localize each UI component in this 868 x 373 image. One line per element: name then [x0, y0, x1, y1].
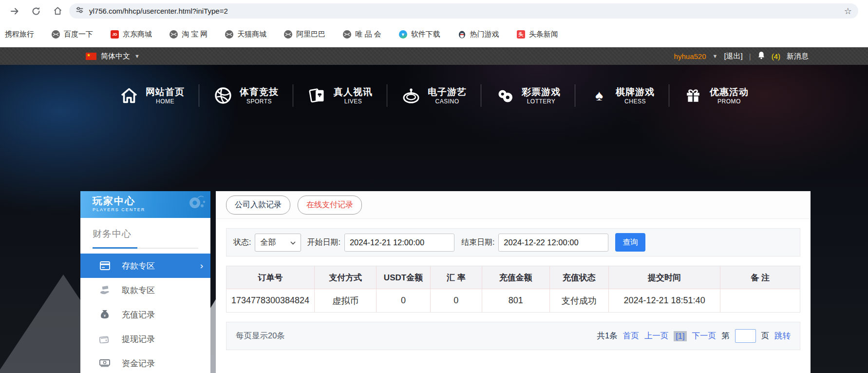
first-page-link[interactable]: 首页: [623, 331, 639, 341]
bookmark-item[interactable]: 淘 宝 网: [170, 30, 208, 39]
col-rate: 汇 率: [430, 266, 482, 289]
records-table: 订单号 支付方式 USDT金额 汇 率 充值金额 充值状态 提交时间 备 注 1…: [226, 266, 800, 313]
cell-recharge-status: 支付成功: [549, 289, 608, 312]
jump-link[interactable]: 跳转: [774, 331, 791, 341]
bookmark-item[interactable]: JD京东商城: [111, 30, 152, 39]
sidebar-item-deposit[interactable]: 存款专区 ›: [80, 254, 210, 278]
query-button[interactable]: 查询: [615, 233, 645, 252]
url-text[interactable]: yl756.com/hhcp/usercenter.html?iniType=2: [89, 7, 228, 15]
home-button-icon[interactable]: [53, 6, 63, 16]
sidebar-header: 玩家中心 PLAYERS CENTER: [80, 191, 210, 218]
end-date-input[interactable]: [498, 234, 608, 252]
page-size-label: 每页显示20条: [236, 331, 285, 341]
bookmark-item[interactable]: 携程旅行: [5, 30, 34, 39]
globe-icon: [284, 30, 292, 39]
tab-online-payment-records[interactable]: 在线支付记录: [298, 196, 362, 215]
col-recharge-amount: 充值金额: [482, 266, 549, 289]
cell-rate: 0: [430, 289, 482, 312]
logout-link[interactable]: [退出]: [724, 52, 742, 61]
bell-icon[interactable]: [757, 51, 765, 61]
message-label[interactable]: 新消息: [787, 52, 809, 61]
col-recharge-status: 充值状态: [549, 266, 608, 289]
cell-order-no: 1734778300384824: [226, 289, 314, 312]
prev-page-link[interactable]: 上一页: [644, 331, 669, 341]
tab-company-deposit-records[interactable]: 公司入款记录: [226, 196, 290, 215]
bookmark-item[interactable]: 阿里巴巴: [284, 30, 325, 39]
sidebar-item-withdrawal-records[interactable]: 提现记录: [80, 327, 210, 351]
col-remark: 备 注: [720, 266, 800, 289]
forward-icon[interactable]: [10, 6, 19, 16]
bookmark-label: 唯 品 会: [355, 30, 381, 39]
site-settings-icon[interactable]: [75, 6, 84, 16]
bookmark-star-icon[interactable]: ☆: [844, 7, 852, 16]
nav-label-zh: 真人视讯: [334, 86, 373, 98]
sidebar-section-title: 财务中心: [80, 218, 210, 240]
username[interactable]: hyhua520: [674, 52, 706, 60]
pagination-bar: 每页显示20条 共1条 首页 上一页 [1] 下一页 第 页 跳转: [226, 322, 800, 350]
account-bar: ★ 简体中文 ▼ hyhua520 ▼ [退出] | (4) 新消息: [0, 47, 868, 65]
nav-item-chess[interactable]: ♠ 棋牌游戏CHESS: [575, 86, 669, 105]
col-submit-time: 提交时间: [608, 266, 720, 289]
sidebar-item-recharge-records[interactable]: ¥ 充值记录: [80, 302, 210, 327]
page-background: 网站首页HOME 体育竞技SPORTS 真人视讯LIVES 电子游艺CASINO…: [0, 65, 868, 373]
nav-label-en: CHESS: [624, 98, 646, 105]
bookmark-label: 淘 宝 网: [182, 30, 208, 39]
nav-label-en: CASINO: [435, 98, 459, 105]
sidebar-item-label: 存款专区: [122, 260, 155, 272]
language-label: 简体中文: [101, 52, 130, 61]
nav-label-en: LOTTERY: [527, 98, 556, 105]
nav-label-en: PROMO: [717, 98, 741, 105]
sidebar-item-label: 取款专区: [122, 285, 155, 296]
message-count: (4): [772, 52, 780, 60]
bookmark-label: 携程旅行: [5, 30, 34, 39]
bookmark-item[interactable]: 热门游戏: [458, 30, 499, 39]
sidebar: 玩家中心 PLAYERS CENTER 财务中心 存款专区 › 取款专区 ¥: [80, 191, 210, 373]
bookmarks-bar: 携程旅行 百度一下 JD京东商城 淘 宝 网 天猫商城 阿里巴巴 唯 品 会 ▼…: [0, 22, 868, 47]
wallet-icon: [99, 335, 110, 343]
page-number-input[interactable]: [735, 329, 756, 343]
divider: |: [749, 52, 751, 60]
bookmark-item[interactable]: 唯 品 会: [343, 30, 381, 39]
sidebar-menu: 存款专区 › 取款专区 ¥ 充值记录 提现记录 资金记录: [80, 254, 210, 373]
language-selector[interactable]: ★ 简体中文 ▼: [86, 52, 140, 61]
bookmark-label: 阿里巴巴: [296, 30, 325, 39]
cell-recharge-amount: 801: [482, 289, 549, 312]
bookmark-item[interactable]: 百度一下: [52, 30, 93, 39]
nav-item-lives[interactable]: 真人视讯LIVES: [293, 86, 387, 105]
nav-label-zh: 网站首页: [146, 86, 185, 98]
table-row: 1734778300384824 虚拟币 0 0 801 支付成功 2024-1…: [226, 289, 800, 312]
bookmark-item[interactable]: 天猫商城: [225, 30, 266, 39]
nav-label-zh: 电子游艺: [428, 86, 467, 98]
address-bar[interactable]: yl756.com/hhcp/usercenter.html?iniType=2…: [69, 3, 858, 19]
china-flag-icon: ★: [86, 53, 96, 60]
sidebar-item-funds-records[interactable]: 资金记录: [80, 351, 210, 373]
nav-item-lottery[interactable]: 彩票游戏LOTTERY: [481, 86, 575, 105]
end-date-label: 结束日期:: [461, 237, 494, 248]
nav-label-zh: 体育竞技: [240, 86, 279, 98]
cell-remark: [720, 289, 800, 312]
reload-icon[interactable]: [31, 6, 41, 16]
table-header-row: 订单号 支付方式 USDT金额 汇 率 充值金额 充值状态 提交时间 备 注: [226, 266, 800, 289]
bookmark-item[interactable]: ▼软件下载: [399, 30, 440, 39]
nav-label-en: SPORTS: [246, 98, 272, 105]
cards-icon: [307, 87, 327, 104]
sidebar-item-withdraw[interactable]: 取款专区: [80, 278, 210, 302]
sidebar-item-label: 提现记录: [122, 334, 155, 345]
nav-item-casino[interactable]: 电子游艺CASINO: [387, 86, 481, 105]
start-date-input[interactable]: [344, 234, 454, 252]
col-order-no: 订单号: [226, 266, 314, 289]
nav-item-sports[interactable]: 体育竞技SPORTS: [199, 86, 293, 105]
status-select[interactable]: 全部: [255, 234, 301, 252]
nav-item-promo[interactable]: 优惠活动PROMO: [669, 86, 763, 105]
current-page[interactable]: [1]: [674, 331, 686, 341]
nav-label-zh: 棋牌游戏: [616, 86, 655, 98]
bookmark-item[interactable]: 头头条新闻: [517, 30, 558, 39]
start-date-label: 开始日期:: [307, 237, 340, 248]
sidebar-item-label: 资金记录: [122, 358, 155, 369]
home-icon: [119, 87, 139, 104]
cell-submit-time: 2024-12-21 18:51:40: [608, 289, 720, 312]
nav-item-home[interactable]: 网站首页HOME: [105, 86, 199, 105]
bookmark-label: 百度一下: [64, 30, 93, 39]
bookmark-label: 头条新闻: [529, 30, 558, 39]
next-page-link[interactable]: 下一页: [692, 331, 717, 341]
